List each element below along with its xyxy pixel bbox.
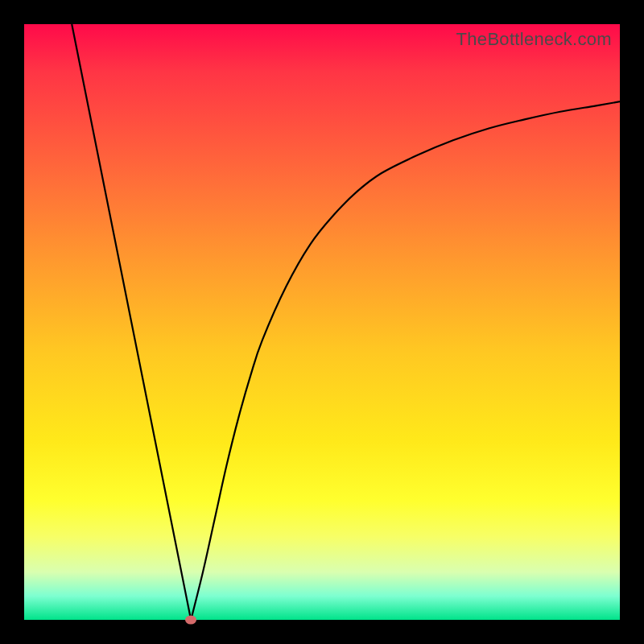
curve-path xyxy=(72,24,620,620)
chart-frame: TheBottleneck.com xyxy=(0,0,644,644)
minimum-marker-icon xyxy=(185,616,196,625)
plot-area: TheBottleneck.com xyxy=(24,24,620,620)
bottleneck-curve xyxy=(24,24,620,620)
